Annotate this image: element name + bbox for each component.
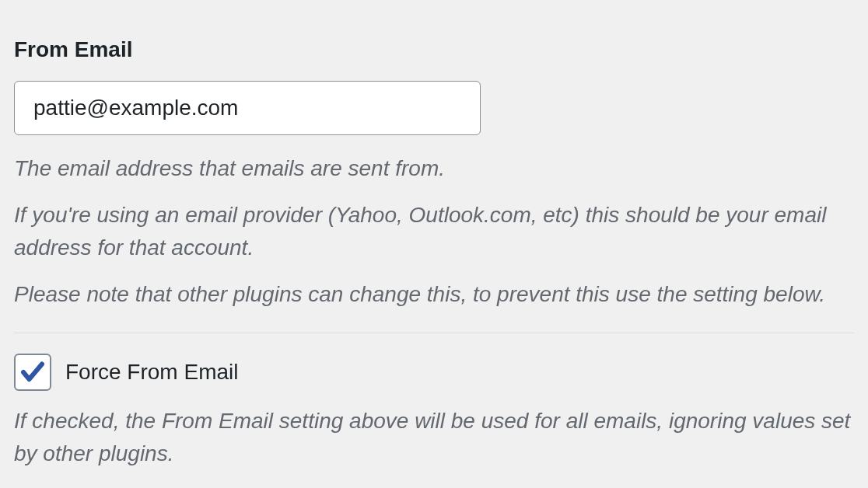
checkbox-wrap [14,354,51,391]
from-email-section: From Email The email address that emails… [14,37,854,311]
help-text-line: If checked, the From Email setting above… [14,405,854,470]
from-email-help: The email address that emails are sent f… [14,152,854,311]
from-email-input[interactable] [14,81,481,135]
force-from-email-help: If checked, the From Email setting above… [14,405,854,470]
help-text-line: Please note that other plugins can chang… [14,278,854,311]
help-text-line: The email address that emails are sent f… [14,152,854,185]
force-from-email-label[interactable]: Force From Email [65,360,238,385]
force-from-email-section: Force From Email If checked, the From Em… [14,354,854,470]
from-email-label: From Email [14,37,854,62]
force-from-email-checkbox[interactable] [14,354,51,391]
force-from-email-row: Force From Email [14,354,854,391]
help-text-line: If you're using an email provider (Yahoo… [14,199,854,264]
section-divider [14,333,854,333]
